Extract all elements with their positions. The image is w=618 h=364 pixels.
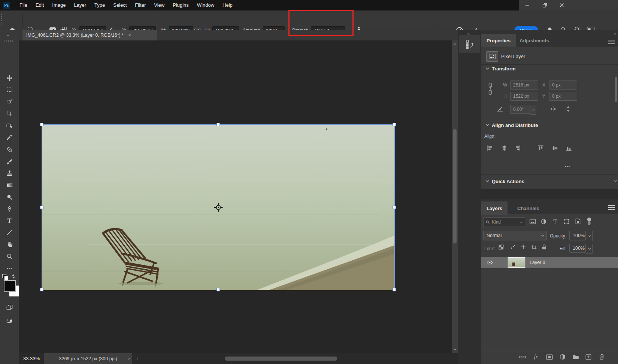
align-bottom-icon[interactable] — [565, 145, 572, 152]
align-right-icon[interactable] — [514, 145, 521, 152]
transform-handle-top-center[interactable] — [216, 123, 220, 126]
fill-chevron-icon[interactable] — [586, 244, 593, 254]
quick-actions-collapse-icon[interactable] — [485, 180, 490, 182]
align-section-title[interactable]: Align and Distribute — [492, 122, 538, 128]
scroll-up-icon[interactable] — [452, 41, 458, 47]
vertical-scroll-thumb[interactable] — [453, 129, 457, 243]
transform-x-input[interactable]: 0 px — [549, 81, 577, 90]
menu-layer[interactable]: Layer — [70, 0, 91, 10]
type-tool[interactable] — [3, 215, 16, 226]
close-button[interactable] — [553, 0, 570, 10]
constrain-proportions-link-icon[interactable] — [488, 82, 493, 95]
delete-layer-trash-icon[interactable] — [597, 352, 606, 361]
menu-window[interactable]: Window — [193, 0, 218, 10]
restore-button[interactable] — [536, 0, 553, 10]
layer-row[interactable]: Layer 0 — [481, 257, 618, 268]
link-layers-icon[interactable] — [518, 352, 527, 361]
options-grip[interactable] — [1, 14, 2, 26]
layer-name[interactable]: Layer 0 — [530, 260, 545, 265]
filter-toggle-icon[interactable] — [587, 217, 592, 226]
status-expand-icon[interactable]: › — [128, 355, 130, 361]
align-more-button[interactable]: ... — [564, 162, 570, 168]
flip-vertical-icon[interactable] — [564, 106, 572, 112]
minimize-button[interactable] — [519, 0, 536, 10]
document-tab[interactable]: IMG_4061.CR2 @ 33.3% (Layer 0, RGB/16*) … — [22, 30, 157, 40]
crop-tool[interactable] — [3, 108, 16, 119]
document-close-icon[interactable]: × — [128, 32, 131, 38]
object-selection-tool[interactable] — [3, 120, 16, 131]
menu-filter[interactable]: Filter — [131, 0, 150, 10]
menu-edit[interactable]: Edit — [31, 0, 48, 10]
filter-type-layers-icon[interactable] — [552, 219, 558, 224]
new-layer-icon[interactable] — [584, 352, 593, 361]
new-adjustment-layer-icon[interactable] — [558, 352, 567, 361]
hscroll-left-icon[interactable]: ‹ — [137, 355, 138, 361]
tab-layers[interactable]: Layers — [481, 201, 508, 215]
layer-filter-kind-select[interactable]: Kind — [483, 217, 525, 227]
scroll-down-icon[interactable] — [452, 346, 458, 352]
rotation-angle-input[interactable]: 0.00° — [510, 105, 532, 114]
tab-channels[interactable]: Channels — [512, 201, 545, 215]
toolbar-grip[interactable] — [4, 40, 14, 42]
rectangular-marquee-tool[interactable] — [3, 84, 16, 95]
add-layer-mask-icon[interactable] — [545, 352, 554, 361]
align-center-horizontal-icon[interactable] — [501, 145, 508, 152]
line-tool[interactable] — [3, 227, 16, 238]
clone-stamp-tool[interactable] — [3, 168, 16, 179]
generate-taskbar-icon[interactable] — [3, 315, 16, 326]
opacity-chevron-icon[interactable] — [586, 231, 593, 241]
layer-visibility-eye-icon[interactable] — [487, 260, 493, 265]
collapsed-panel-icon[interactable] — [459, 35, 480, 53]
tab-properties[interactable]: Properties — [481, 34, 516, 47]
foreground-color-swatch[interactable] — [4, 280, 16, 292]
transform-handle-middle-right[interactable] — [393, 206, 396, 209]
properties-scroll-down-icon[interactable] — [614, 180, 617, 182]
horizontal-scroll-thumb[interactable] — [225, 357, 337, 361]
more-tools-icon[interactable] — [3, 263, 16, 273]
new-group-folder-icon[interactable] — [571, 352, 580, 361]
filter-smart-objects-icon[interactable] — [575, 218, 581, 224]
filter-adjustment-layers-icon[interactable] — [541, 219, 546, 224]
menu-help[interactable]: Help — [218, 0, 237, 10]
lock-position-icon[interactable] — [521, 244, 526, 250]
transform-handle-bottom-center[interactable] — [216, 288, 220, 291]
pen-tool[interactable] — [3, 204, 16, 214]
flip-horizontal-icon[interactable] — [549, 106, 557, 112]
transform-handle-bottom-right[interactable] — [393, 288, 396, 291]
opacity-input[interactable]: 100% — [569, 231, 586, 240]
align-left-icon[interactable] — [487, 145, 494, 152]
lock-transparency-icon[interactable] — [499, 245, 504, 250]
transform-section-title[interactable]: Transform — [492, 66, 516, 72]
filter-shape-layers-icon[interactable] — [564, 219, 569, 224]
filter-pixel-layers-icon[interactable] — [530, 219, 536, 224]
align-middle-vertical-icon[interactable] — [551, 145, 558, 152]
transform-handle-top-right[interactable] — [393, 123, 396, 126]
toolbar-collapse-icon[interactable]: » — [7, 33, 9, 37]
menu-image[interactable]: Image — [48, 0, 70, 10]
align-collapse-icon[interactable] — [485, 124, 490, 126]
eyedropper-tool[interactable] — [3, 132, 16, 143]
lock-artboard-icon[interactable] — [531, 245, 537, 250]
reference-point-crosshair[interactable] — [213, 203, 223, 212]
transform-y-input[interactable]: 0 px — [549, 92, 577, 101]
menu-plugins[interactable]: Plugins — [169, 0, 193, 10]
properties-scroll-thumb[interactable] — [615, 77, 617, 102]
zoom-tool[interactable] — [3, 251, 16, 261]
hand-tool[interactable] — [3, 239, 16, 249]
blend-mode-select[interactable]: Normal — [483, 231, 547, 240]
transform-height-input[interactable]: 1522 px — [510, 92, 538, 101]
swap-colors-icon[interactable] — [10, 273, 16, 279]
gradient-tool[interactable] — [3, 180, 16, 190]
menu-view[interactable]: View — [150, 0, 169, 10]
transform-width-input[interactable]: 2516 px — [510, 81, 538, 90]
panel-expand-icon[interactable]: » — [614, 31, 616, 36]
layer-thumbnail[interactable] — [508, 258, 525, 267]
spot-healing-brush-tool[interactable] — [3, 144, 16, 155]
transform-handle-middle-left[interactable] — [40, 206, 43, 209]
default-colors-icon[interactable] — [2, 274, 7, 279]
brush-tool[interactable] — [3, 156, 16, 167]
menu-select[interactable]: Select — [109, 0, 131, 10]
transform-handle-bottom-left[interactable] — [40, 288, 43, 291]
layer-effects-fx-icon[interactable]: fx — [531, 352, 540, 361]
layers-menu-icon[interactable] — [608, 205, 615, 210]
